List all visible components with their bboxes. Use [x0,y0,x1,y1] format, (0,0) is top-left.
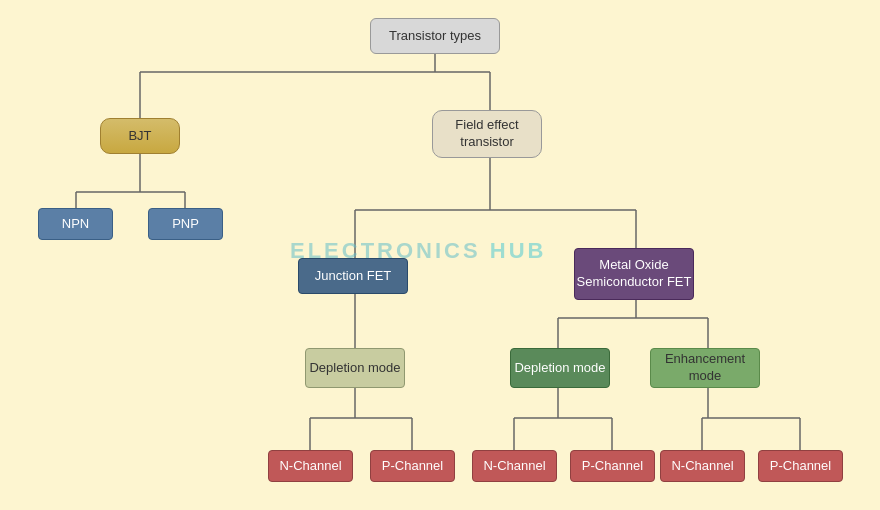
bjt-label: BJT [128,128,151,145]
bjt-node: BJT [100,118,180,154]
fet-node: Field effect transistor [432,110,542,158]
pchan-jfet-node: P-Channel [370,450,455,482]
jfet-node: Junction FET [298,258,408,294]
jfet-label: Junction FET [315,268,392,285]
pnp-node: PNP [148,208,223,240]
transistor-diagram: Transistor types BJT Field effect transi… [0,0,880,510]
fet-label: Field effect transistor [433,117,541,151]
root-node: Transistor types [370,18,500,54]
watermark-text2: HUB [481,238,547,263]
pnp-label: PNP [172,216,199,233]
dep-jfet-node: Depletion mode [305,348,405,388]
nchan-enh-label: N-Channel [671,458,733,475]
nchan-dep-label: N-Channel [483,458,545,475]
nchan-enh-node: N-Channel [660,450,745,482]
pchan-dep-node: P-Channel [570,450,655,482]
mosfet-label: Metal Oxide Semiconductor FET [575,257,693,291]
pchan-dep-label: P-Channel [582,458,643,475]
pchan-enh-node: P-Channel [758,450,843,482]
nchan-dep-node: N-Channel [472,450,557,482]
mosfet-node: Metal Oxide Semiconductor FET [574,248,694,300]
enh-mosfet-label: Enhancement mode [651,351,759,385]
dep-jfet-label: Depletion mode [309,360,400,377]
pchan-jfet-label: P-Channel [382,458,443,475]
npn-label: NPN [62,216,89,233]
connector-lines [0,0,880,510]
nchan-jfet-label: N-Channel [279,458,341,475]
pchan-enh-label: P-Channel [770,458,831,475]
nchan-jfet-node: N-Channel [268,450,353,482]
dep-mosfet-label: Depletion mode [514,360,605,377]
npn-node: NPN [38,208,113,240]
enh-mosfet-node: Enhancement mode [650,348,760,388]
dep-mosfet-node: Depletion mode [510,348,610,388]
root-label: Transistor types [389,28,481,45]
